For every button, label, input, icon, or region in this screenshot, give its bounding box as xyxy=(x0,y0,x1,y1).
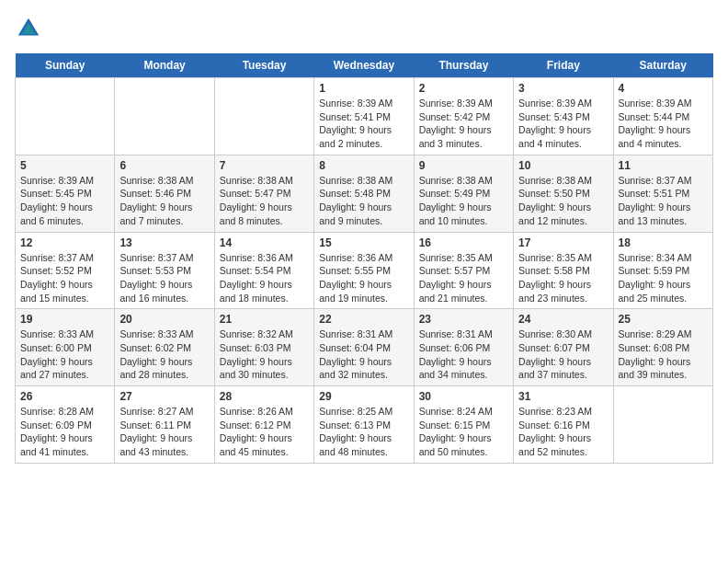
calendar-cell: 15Sunrise: 8:36 AM Sunset: 5:55 PM Dayli… xyxy=(314,232,414,309)
calendar-cell: 20Sunrise: 8:33 AM Sunset: 6:02 PM Dayli… xyxy=(115,309,214,386)
calendar-cell: 9Sunrise: 8:38 AM Sunset: 5:49 PM Daylig… xyxy=(414,155,513,232)
calendar-cell xyxy=(214,78,313,155)
day-number: 22 xyxy=(319,313,408,326)
day-number: 20 xyxy=(119,313,209,326)
day-number: 31 xyxy=(518,390,608,403)
day-number: 10 xyxy=(518,159,608,172)
day-number: 2 xyxy=(419,82,508,95)
day-info: Sunrise: 8:36 AM Sunset: 5:55 PM Dayligh… xyxy=(319,251,408,305)
day-info: Sunrise: 8:34 AM Sunset: 5:59 PM Dayligh… xyxy=(619,251,708,305)
week-row-4: 19Sunrise: 8:33 AM Sunset: 6:00 PM Dayli… xyxy=(16,309,713,386)
calendar-cell: 12Sunrise: 8:37 AM Sunset: 5:52 PM Dayli… xyxy=(16,232,115,309)
page-header xyxy=(15,15,713,42)
day-number: 6 xyxy=(119,159,209,172)
day-number: 4 xyxy=(619,82,708,95)
day-number: 21 xyxy=(220,313,309,326)
week-row-2: 5Sunrise: 8:39 AM Sunset: 5:45 PM Daylig… xyxy=(16,155,713,232)
day-info: Sunrise: 8:24 AM Sunset: 6:15 PM Dayligh… xyxy=(419,405,508,459)
day-info: Sunrise: 8:37 AM Sunset: 5:53 PM Dayligh… xyxy=(119,251,209,305)
day-number: 12 xyxy=(20,236,109,249)
day-number: 25 xyxy=(619,313,708,326)
calendar-cell: 2Sunrise: 8:39 AM Sunset: 5:42 PM Daylig… xyxy=(414,78,513,155)
day-info: Sunrise: 8:32 AM Sunset: 6:03 PM Dayligh… xyxy=(220,327,309,382)
day-info: Sunrise: 8:39 AM Sunset: 5:41 PM Dayligh… xyxy=(319,97,408,151)
calendar-cell: 19Sunrise: 8:33 AM Sunset: 6:00 PM Dayli… xyxy=(16,309,115,386)
day-info: Sunrise: 8:37 AM Sunset: 5:51 PM Dayligh… xyxy=(619,174,708,228)
logo xyxy=(15,15,46,42)
week-row-5: 26Sunrise: 8:28 AM Sunset: 6:09 PM Dayli… xyxy=(16,386,713,464)
calendar-cell: 21Sunrise: 8:32 AM Sunset: 6:03 PM Dayli… xyxy=(214,309,313,386)
day-info: Sunrise: 8:38 AM Sunset: 5:49 PM Dayligh… xyxy=(419,174,508,228)
day-header-monday: Monday xyxy=(115,53,214,78)
day-number: 15 xyxy=(319,236,408,249)
calendar-cell: 25Sunrise: 8:29 AM Sunset: 6:08 PM Dayli… xyxy=(613,309,712,386)
day-header-saturday: Saturday xyxy=(613,53,712,78)
day-number: 23 xyxy=(419,313,508,326)
calendar-cell: 24Sunrise: 8:30 AM Sunset: 6:07 PM Dayli… xyxy=(514,309,613,386)
day-header-thursday: Thursday xyxy=(414,53,513,78)
day-info: Sunrise: 8:38 AM Sunset: 5:47 PM Dayligh… xyxy=(220,174,309,228)
day-number: 14 xyxy=(220,236,309,249)
calendar-cell: 26Sunrise: 8:28 AM Sunset: 6:09 PM Dayli… xyxy=(16,386,115,464)
day-number: 11 xyxy=(619,159,708,172)
day-number: 18 xyxy=(619,236,708,249)
day-number: 19 xyxy=(20,313,109,326)
day-number: 27 xyxy=(119,390,209,403)
day-info: Sunrise: 8:28 AM Sunset: 6:09 PM Dayligh… xyxy=(20,405,109,459)
day-number: 16 xyxy=(419,236,508,249)
day-number: 26 xyxy=(20,390,109,403)
day-info: Sunrise: 8:26 AM Sunset: 6:12 PM Dayligh… xyxy=(220,405,309,459)
day-info: Sunrise: 8:39 AM Sunset: 5:42 PM Dayligh… xyxy=(419,97,508,151)
calendar-cell: 18Sunrise: 8:34 AM Sunset: 5:59 PM Dayli… xyxy=(613,232,712,309)
calendar-cell xyxy=(115,78,214,155)
day-number: 28 xyxy=(220,390,309,403)
calendar-table: SundayMondayTuesdayWednesdayThursdayFrid… xyxy=(15,53,713,464)
calendar-cell: 4Sunrise: 8:39 AM Sunset: 5:44 PM Daylig… xyxy=(613,78,712,155)
calendar-cell: 27Sunrise: 8:27 AM Sunset: 6:11 PM Dayli… xyxy=(115,386,214,464)
day-number: 17 xyxy=(518,236,608,249)
day-info: Sunrise: 8:35 AM Sunset: 5:57 PM Dayligh… xyxy=(419,251,508,305)
day-info: Sunrise: 8:31 AM Sunset: 6:04 PM Dayligh… xyxy=(319,327,408,382)
week-row-3: 12Sunrise: 8:37 AM Sunset: 5:52 PM Dayli… xyxy=(16,232,713,309)
day-info: Sunrise: 8:27 AM Sunset: 6:11 PM Dayligh… xyxy=(119,405,209,459)
calendar-cell: 22Sunrise: 8:31 AM Sunset: 6:04 PM Dayli… xyxy=(314,309,414,386)
calendar-cell: 28Sunrise: 8:26 AM Sunset: 6:12 PM Dayli… xyxy=(214,386,313,464)
calendar-cell: 7Sunrise: 8:38 AM Sunset: 5:47 PM Daylig… xyxy=(214,155,313,232)
calendar-cell: 3Sunrise: 8:39 AM Sunset: 5:43 PM Daylig… xyxy=(514,78,613,155)
calendar-cell: 10Sunrise: 8:38 AM Sunset: 5:50 PM Dayli… xyxy=(514,155,613,232)
day-info: Sunrise: 8:38 AM Sunset: 5:48 PM Dayligh… xyxy=(319,174,408,228)
day-number: 30 xyxy=(419,390,508,403)
week-row-1: 1Sunrise: 8:39 AM Sunset: 5:41 PM Daylig… xyxy=(16,78,713,155)
day-info: Sunrise: 8:25 AM Sunset: 6:13 PM Dayligh… xyxy=(319,405,408,459)
day-info: Sunrise: 8:39 AM Sunset: 5:43 PM Dayligh… xyxy=(518,97,608,151)
calendar-cell: 30Sunrise: 8:24 AM Sunset: 6:15 PM Dayli… xyxy=(414,386,513,464)
calendar-cell: 29Sunrise: 8:25 AM Sunset: 6:13 PM Dayli… xyxy=(314,386,414,464)
calendar-cell: 1Sunrise: 8:39 AM Sunset: 5:41 PM Daylig… xyxy=(314,78,414,155)
day-number: 5 xyxy=(20,159,109,172)
day-number: 29 xyxy=(319,390,408,403)
day-info: Sunrise: 8:38 AM Sunset: 5:50 PM Dayligh… xyxy=(518,174,608,228)
day-info: Sunrise: 8:36 AM Sunset: 5:54 PM Dayligh… xyxy=(220,251,309,305)
day-number: 1 xyxy=(319,82,408,95)
day-info: Sunrise: 8:31 AM Sunset: 6:06 PM Dayligh… xyxy=(419,327,508,382)
day-info: Sunrise: 8:29 AM Sunset: 6:08 PM Dayligh… xyxy=(619,327,708,382)
day-header-friday: Friday xyxy=(514,53,613,78)
logo-icon xyxy=(15,15,42,42)
day-number: 7 xyxy=(220,159,309,172)
calendar-cell: 11Sunrise: 8:37 AM Sunset: 5:51 PM Dayli… xyxy=(613,155,712,232)
calendar-cell: 17Sunrise: 8:35 AM Sunset: 5:58 PM Dayli… xyxy=(514,232,613,309)
day-header-wednesday: Wednesday xyxy=(314,53,414,78)
calendar-cell: 31Sunrise: 8:23 AM Sunset: 6:16 PM Dayli… xyxy=(514,386,613,464)
calendar-cell: 8Sunrise: 8:38 AM Sunset: 5:48 PM Daylig… xyxy=(314,155,414,232)
calendar-cell: 16Sunrise: 8:35 AM Sunset: 5:57 PM Dayli… xyxy=(414,232,513,309)
day-info: Sunrise: 8:30 AM Sunset: 6:07 PM Dayligh… xyxy=(518,327,608,382)
day-info: Sunrise: 8:35 AM Sunset: 5:58 PM Dayligh… xyxy=(518,251,608,305)
calendar-cell xyxy=(613,386,712,464)
days-header-row: SundayMondayTuesdayWednesdayThursdayFrid… xyxy=(16,53,713,78)
day-number: 13 xyxy=(119,236,209,249)
day-header-sunday: Sunday xyxy=(16,53,115,78)
day-info: Sunrise: 8:39 AM Sunset: 5:44 PM Dayligh… xyxy=(619,97,708,151)
calendar-cell xyxy=(16,78,115,155)
day-info: Sunrise: 8:37 AM Sunset: 5:52 PM Dayligh… xyxy=(20,251,109,305)
day-number: 9 xyxy=(419,159,508,172)
